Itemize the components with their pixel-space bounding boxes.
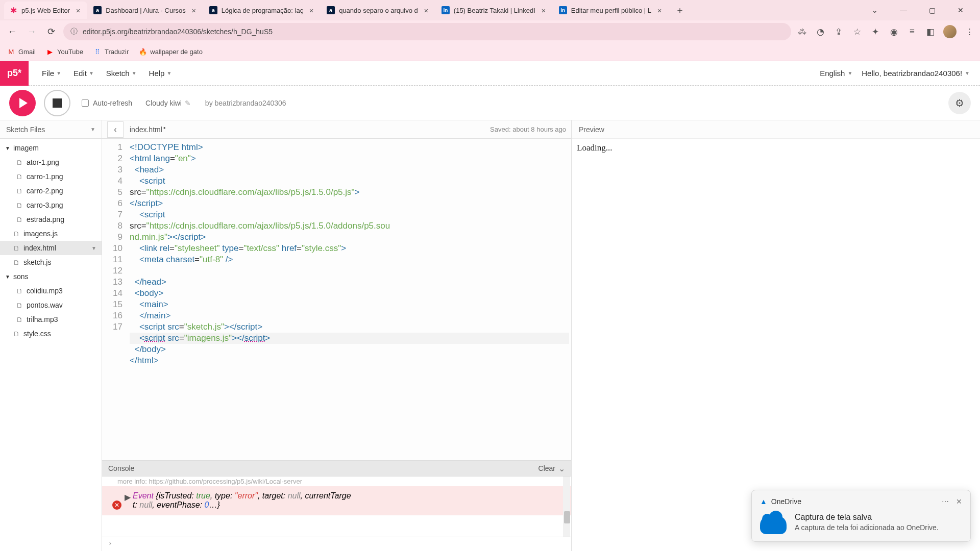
file-item[interactable]: 🗋carro-1.png [0,169,102,184]
bookmark-item[interactable]: MGmail [7,48,36,56]
side-panel-icon[interactable]: ◧ [925,26,936,37]
file-item[interactable]: 🗋style.css [0,327,102,341]
minimize-button[interactable]: ― [892,2,915,18]
menu-edit[interactable]: Edit▼ [68,66,99,81]
browser-tab[interactable]: a quando separo o arquivo d × [322,2,435,19]
console-clear-button[interactable]: Clear ⌄ [538,464,565,473]
bookmark-item[interactable]: 🔥wallpaper de gato [139,48,203,56]
file-icon: 🗋 [16,159,23,166]
chevron-down-icon: ▼ [847,70,852,76]
browser-tab[interactable]: a Dashboard | Alura - Cursos × [88,2,203,19]
site-info-icon[interactable]: ⓘ [70,27,78,36]
onedrive-cloud-icon [760,516,787,534]
file-icon: 🗋 [16,202,23,209]
workspace: Sketch Files ▼ ▼imagem🗋ator-1.png🗋carro-… [0,120,980,551]
close-icon[interactable]: ✕ [956,497,962,506]
expand-icon[interactable]: ▶ [125,492,131,502]
language-selector[interactable]: English ▼ [820,69,852,78]
edit-icon[interactable]: ✎ [185,99,191,107]
file-item[interactable]: 🗋index.html▼ [0,241,102,255]
bookmark-item[interactable]: ⠿Traduzir [93,48,129,56]
chrome-menu-icon[interactable]: ⋮ [964,26,975,37]
file-item[interactable]: 🗋estrada.png [0,212,102,227]
back-button[interactable]: ← [5,24,19,39]
close-icon[interactable]: × [190,6,198,14]
new-tab-button[interactable]: ＋ [673,3,687,17]
sketch-name[interactable]: Cloudy kiwi ✎ [145,99,191,107]
bookmark-icon: M [7,48,15,56]
chevron-down-icon[interactable]: ▼ [91,245,96,251]
translate-icon[interactable]: ⁂ [796,26,807,37]
chevron-down-icon[interactable]: ⌄ [558,464,565,473]
onedrive-toast[interactable]: ▲ OneDrive ⋯ ✕ Captura de tela salva A c… [751,490,971,542]
stop-button[interactable] [44,90,70,116]
file-icon: 🗋 [16,187,23,195]
file-item[interactable]: 🗋sketch.js [0,255,102,269]
more-icon[interactable]: ⋯ [942,497,949,506]
close-icon[interactable]: × [655,6,664,14]
file-item[interactable]: 🗋carro-2.png [0,184,102,198]
extension-pin-icon[interactable]: ◉ [888,26,899,37]
file-item[interactable]: 🗋carro-3.png [0,198,102,212]
chevron-down-icon: ▼ [166,70,172,76]
file-icon: 🗋 [13,330,20,338]
console-input[interactable]: › [102,537,571,551]
play-button[interactable] [9,90,36,116]
chevron-down-icon: ▼ [5,145,10,151]
close-window-button[interactable]: ✕ [949,2,972,18]
extensions-icon[interactable]: ✦ [870,26,881,37]
p5-editor-app: p5* File▼Edit▼Sketch▼Help▼ English ▼ Hel… [0,61,980,551]
url-input[interactable]: ⓘ editor.p5js.org/beatrizbrandao240306/s… [63,23,791,40]
browser-tab[interactable]: ✱ p5.js Web Editor × [4,2,87,19]
code-lines[interactable]: <!DOCTYPE html><html lang="en"> <head> <… [128,139,571,460]
chevron-down-icon[interactable]: ⌄ [864,2,886,18]
folder-item[interactable]: ▼sons [0,269,102,284]
share-icon[interactable]: ⇪ [833,26,844,37]
browser-tab[interactable]: a Lógica de programação: laç × [204,2,321,19]
console-scrollbar[interactable] [563,477,570,537]
code-editor[interactable]: 1234567891011121314151617 <!DOCTYPE html… [102,139,571,460]
bookmark-star-icon[interactable]: ☆ [851,26,863,37]
maximize-button[interactable]: ▢ [921,2,943,18]
close-icon[interactable]: × [74,6,82,14]
preview-header: Preview [572,120,980,139]
file-item[interactable]: 🗋trilha.mp3 [0,312,102,327]
file-icon: 🗋 [13,230,20,238]
file-item[interactable]: 🗋imagens.js [0,227,102,241]
menu-file[interactable]: File▼ [37,66,66,81]
console-error-row[interactable]: ✕ ▶ Event {isTrusted: true, type: "error… [102,486,571,515]
file-item[interactable]: 🗋pontos.wav [0,298,102,312]
collapse-sidebar-button[interactable]: ‹ [107,121,124,138]
editor-column: ‹ index.html Saved: about 8 hours ago 12… [102,120,572,551]
close-icon[interactable]: × [422,6,430,14]
saved-status: Saved: about 8 hours ago [490,126,566,133]
settings-button[interactable]: ⚙ [948,92,971,114]
chevron-down-icon: ▼ [132,70,137,76]
file-tab[interactable]: index.html [130,126,166,134]
file-icon: 🗋 [13,244,20,252]
forward-button[interactable]: → [24,24,39,39]
chevron-down-icon[interactable]: ▼ [90,127,95,132]
reading-list-icon[interactable]: ≡ [906,26,918,37]
browser-tab[interactable]: in (15) Beatriz Takaki | LinkedI × [436,2,553,19]
bookmark-item[interactable]: ▶YouTube [46,48,83,56]
user-greeting[interactable]: Hello, beatrizbrandao240306! ▼ [862,69,970,78]
p5-logo[interactable]: p5* [0,61,29,86]
auto-refresh-toggle[interactable]: Auto-refresh [82,99,132,107]
close-icon[interactable]: × [540,6,548,14]
console-header: Console Clear ⌄ [102,460,571,477]
console-scroll-thumb[interactable] [564,511,570,523]
file-item[interactable]: 🗋ator-1.png [0,155,102,169]
menu-help[interactable]: Help▼ [144,66,177,81]
tab-favicon: in [559,6,567,14]
folder-item[interactable]: ▼imagem [0,141,102,155]
performance-icon[interactable]: ◔ [815,26,826,37]
file-item[interactable]: 🗋colidiu.mp3 [0,284,102,298]
close-icon[interactable]: × [307,6,315,14]
profile-avatar[interactable] [943,25,957,38]
reload-button[interactable]: ⟳ [44,24,58,39]
browser-tab[interactable]: in Editar meu perfil público | L × [554,2,669,19]
tab-title: Editar meu perfil público | L [571,7,651,14]
checkbox-icon[interactable] [82,99,89,107]
menu-sketch[interactable]: Sketch▼ [101,66,142,81]
